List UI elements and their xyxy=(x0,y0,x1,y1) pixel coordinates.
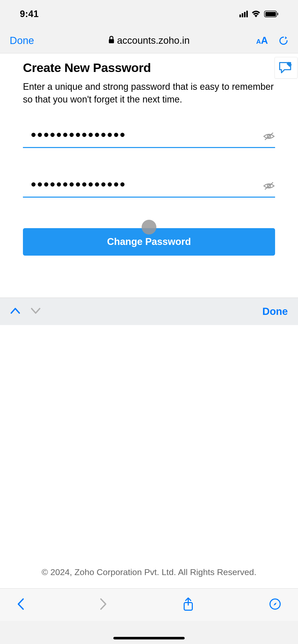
keyboard-done-button[interactable]: Done xyxy=(262,306,288,317)
lock-icon xyxy=(108,36,114,45)
change-password-button[interactable]: Change Password xyxy=(23,228,275,256)
status-icons xyxy=(239,11,278,17)
safari-bottom-toolbar xyxy=(0,588,298,621)
new-password-field[interactable]: ●●●●●●●●●●●●●●● xyxy=(23,129,275,148)
confirm-password-field[interactable]: ●●●●●●●●●●●●●●● xyxy=(23,179,275,198)
keyboard-accessory-bar: Done xyxy=(0,298,298,325)
svg-rect-0 xyxy=(109,39,114,43)
done-button[interactable]: Done xyxy=(10,35,34,46)
previous-field-button[interactable] xyxy=(10,308,20,315)
text-size-button[interactable]: AA xyxy=(256,35,268,46)
home-indicator[interactable] xyxy=(113,637,185,639)
url-text: accounts.zoho.in xyxy=(117,35,189,46)
feedback-button[interactable] xyxy=(275,57,297,79)
page-title: Create New Password xyxy=(23,61,275,75)
status-bar: 9:41 xyxy=(0,0,298,28)
change-password-label: Change Password xyxy=(107,236,191,247)
copyright-text: © 2024, Zoho Corporation Pvt. Ltd. All R… xyxy=(0,567,298,588)
toggle-password-visibility-icon[interactable] xyxy=(263,132,275,142)
status-time: 9:41 xyxy=(20,9,39,19)
content-spacer xyxy=(0,325,298,567)
share-button[interactable] xyxy=(183,597,194,612)
page-subtitle: Enter a unique and strong password that … xyxy=(23,80,275,106)
forward-button[interactable] xyxy=(100,598,107,611)
back-button[interactable] xyxy=(17,598,24,611)
toggle-confirm-visibility-icon[interactable] xyxy=(263,181,275,192)
battery-icon xyxy=(264,11,278,17)
wifi-icon xyxy=(251,11,261,17)
url-display[interactable]: accounts.zoho.in xyxy=(108,35,189,46)
cellular-signal-icon xyxy=(239,11,248,17)
reload-button[interactable] xyxy=(279,36,288,46)
confirm-password-value: ●●●●●●●●●●●●●●● xyxy=(23,179,275,189)
page-content: Create New Password Enter a unique and s… xyxy=(0,53,298,298)
browser-toolbar: Done accounts.zoho.in AA xyxy=(0,28,298,53)
next-field-button[interactable] xyxy=(31,308,41,315)
safari-compass-button[interactable] xyxy=(269,598,281,611)
new-password-value: ●●●●●●●●●●●●●●● xyxy=(23,129,275,140)
touch-indicator-icon xyxy=(142,220,156,235)
